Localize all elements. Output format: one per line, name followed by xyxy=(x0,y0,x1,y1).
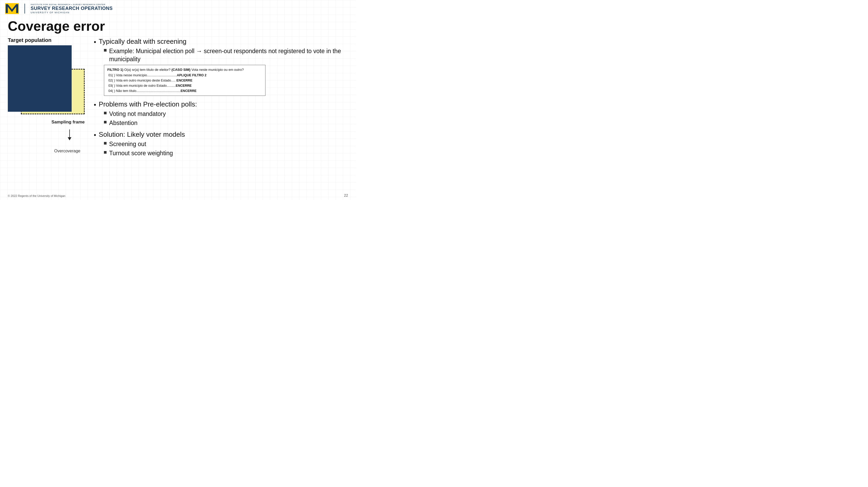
square-bullet-3-1 xyxy=(104,142,106,144)
filtro-text: O(a) sr(a) tem título de eleitor? xyxy=(124,68,172,72)
sub-text-3-2: Turnout score weighting xyxy=(109,149,173,157)
caso-sim-text: Vota neste município ou em outro? xyxy=(191,68,244,72)
survey-box: FILTRO 1) O(a) sr(a) tem título de eleit… xyxy=(104,65,266,96)
sub-text-1-1: Example: Municipal election poll → scree… xyxy=(109,47,348,63)
overcoverage-arrow xyxy=(68,129,71,140)
bullet-text-1: Typically dealt with screening xyxy=(99,37,187,45)
bullet-item-1: • Typically dealt with screening Example… xyxy=(94,37,348,98)
slide-footer: © 2022 Regents of the University of Mich… xyxy=(8,193,348,197)
sub-list-3: Screening out Turnout score weighting xyxy=(104,140,185,157)
bullet-dot-3: • xyxy=(94,131,96,139)
caso-sim-label: (CASO SIM) xyxy=(172,68,190,72)
bullet-text-3: Solution: Likely voter models xyxy=(99,130,185,138)
header-sub-title: UNIVERSITY OF MICHIGAN xyxy=(31,11,113,14)
answer-line-1: 01( ) Vota nesse município..............… xyxy=(107,73,262,78)
header-text: INSTITUTE FOR SOCIAL RESEARCH • SURVEY R… xyxy=(31,3,113,14)
left-column: Target population Sampling frame Overcov… xyxy=(8,37,89,196)
bullet-dot-2: • xyxy=(94,100,96,109)
sub-list-2: Voting not mandatory Abstention xyxy=(104,110,197,127)
sub-item-3-1: Screening out xyxy=(104,140,185,148)
target-population-rect xyxy=(8,45,72,112)
um-logo xyxy=(5,3,19,14)
header-main-title: SURVEY RESEARCH OPERATIONS xyxy=(31,6,113,11)
logo-block: INSTITUTE FOR SOCIAL RESEARCH • SURVEY R… xyxy=(5,3,113,14)
bullet-content-2: Problems with Pre-election polls: Voting… xyxy=(99,100,197,129)
sub-list-1: Example: Municipal election poll → scree… xyxy=(104,47,348,63)
diagram-label: Target population xyxy=(8,37,89,43)
sub-text-2-1: Voting not mandatory xyxy=(109,110,166,118)
answer-line-3: 03( ) Vota em município de outro Estado.… xyxy=(107,83,262,88)
filtro-line: FILTRO 1) O(a) sr(a) tem título de eleit… xyxy=(107,67,262,73)
arrow-head xyxy=(68,137,71,140)
overcoverage-label: Overcoverage xyxy=(54,149,81,153)
bullet-content-3: Solution: Likely voter models Screening … xyxy=(99,130,185,159)
bullet-item-2: • Problems with Pre-election polls: Voti… xyxy=(94,100,348,129)
header-divider xyxy=(25,4,25,13)
right-column: • Typically dealt with screening Example… xyxy=(94,37,348,196)
sub-item-3-2: Turnout score weighting xyxy=(104,149,185,157)
square-bullet-1-1 xyxy=(104,49,106,52)
content-area: Target population Sampling frame Overcov… xyxy=(0,37,356,196)
square-bullet-2-2 xyxy=(104,121,106,124)
sampling-frame-label: Sampling frame xyxy=(51,120,85,125)
sub-text-2-2: Abstention xyxy=(109,119,137,127)
filtro-label: FILTRO 1) xyxy=(107,68,123,72)
bullet-text-2: Problems with Pre-election polls: xyxy=(99,100,197,108)
slide-container: INSTITUTE FOR SOCIAL RESEARCH • SURVEY R… xyxy=(0,0,356,200)
bullet-item-3: • Solution: Likely voter models Screenin… xyxy=(94,130,348,159)
sub-item-2-2: Abstention xyxy=(104,119,197,127)
copyright-text: © 2022 Regents of the University of Mich… xyxy=(8,194,65,197)
bullet-content-1: Typically dealt with screening Example: … xyxy=(99,37,348,98)
main-bullet-list: • Typically dealt with screening Example… xyxy=(94,37,348,159)
diagram-container: Sampling frame Overcoverage xyxy=(8,45,85,139)
bullet-dot-1: • xyxy=(94,38,96,46)
answer-line-4: 04( ) Não tem título....................… xyxy=(107,88,262,94)
sub-item-2-1: Voting not mandatory xyxy=(104,110,197,118)
sub-item-1-1: Example: Municipal election poll → scree… xyxy=(104,47,348,63)
square-bullet-3-2 xyxy=(104,151,106,154)
square-bullet-2-1 xyxy=(104,112,106,114)
page-number: 22 xyxy=(344,193,348,197)
sub-text-3-1: Screening out xyxy=(109,140,146,148)
arrow-line xyxy=(69,129,70,137)
slide-title: Coverage error xyxy=(0,16,356,37)
slide-header: INSTITUTE FOR SOCIAL RESEARCH • SURVEY R… xyxy=(0,0,356,16)
answer-line-2: 02( ) Vota em outro município deste Esta… xyxy=(107,78,262,83)
